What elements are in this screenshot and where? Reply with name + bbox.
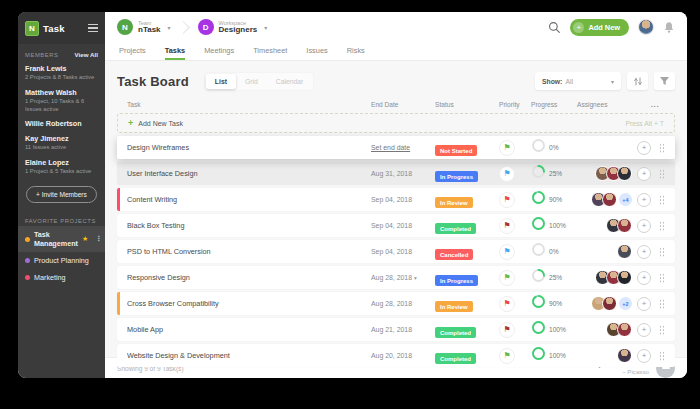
- add-assignee-button[interactable]: +: [637, 219, 651, 233]
- priority-flag-button[interactable]: ⚑: [499, 348, 515, 364]
- assignee-avatar[interactable]: [617, 270, 632, 285]
- add-assignee-button[interactable]: +: [637, 271, 651, 285]
- row-kebab-menu-icon[interactable]: [659, 221, 665, 231]
- team-selector[interactable]: N Team nTask ▾: [117, 19, 171, 35]
- task-row[interactable]: Design WireframesSet end dateNot Started…: [117, 136, 675, 159]
- assignee-avatar[interactable]: [617, 244, 632, 259]
- app-window: N Task MEMBERS View All Frank Lewis2 Pro…: [18, 12, 687, 378]
- assignee-avatar[interactable]: [617, 348, 632, 363]
- view-list-button[interactable]: List: [206, 74, 236, 89]
- sort-button[interactable]: [627, 72, 648, 90]
- row-kebab-menu-icon[interactable]: [659, 325, 665, 335]
- assignees-cell: +: [577, 141, 651, 155]
- tab-issues[interactable]: Issues: [306, 42, 327, 60]
- task-row[interactable]: Content WritingSep 04, 2018In Review⚑90%…: [117, 188, 675, 211]
- add-assignee-button[interactable]: +: [637, 167, 651, 181]
- project-name: Task Management: [34, 230, 78, 248]
- member-list-item[interactable]: Frank Lewis2 Projects & 8 Tasks active: [25, 64, 98, 82]
- task-row[interactable]: Black Box TestingSep 04, 2018Completed⚑1…: [117, 214, 675, 237]
- progress-ring: [531, 268, 546, 287]
- tab-risks[interactable]: Risks: [347, 42, 365, 60]
- task-row[interactable]: Responsive DesignAug 28, 2018 ▾In Progre…: [117, 266, 675, 289]
- priority-flag-button[interactable]: ⚑: [499, 322, 515, 338]
- priority-flag-button[interactable]: ⚑: [499, 140, 515, 156]
- row-kebab-menu-icon[interactable]: [659, 351, 665, 361]
- task-row[interactable]: Mobile AppAug 21, 2018Completed⚑100%+: [117, 318, 675, 341]
- tab-timesheet[interactable]: Timesheet: [253, 42, 287, 60]
- hamburger-menu-icon[interactable]: [88, 24, 98, 33]
- invite-members-button[interactable]: + Invite Members: [26, 186, 97, 203]
- add-assignee-button[interactable]: +: [637, 245, 651, 259]
- task-title: Responsive Design: [127, 273, 371, 282]
- assignee-avatar[interactable]: [617, 218, 632, 233]
- favorite-project-item[interactable]: Product Planning: [18, 252, 105, 269]
- favorite-project-item[interactable]: Marketing: [18, 269, 105, 286]
- add-assignee-button[interactable]: +: [637, 349, 651, 363]
- progress-cell: 0%: [531, 138, 577, 157]
- assignee-avatar[interactable]: [602, 192, 617, 207]
- tab-tasks[interactable]: Tasks: [165, 42, 185, 60]
- task-title: Mobile App: [127, 325, 371, 334]
- extra-assignees-chip[interactable]: +2: [619, 297, 632, 310]
- members-section: MEMBERS View All Frank Lewis2 Projects &…: [18, 44, 105, 205]
- task-end-date[interactable]: Set end date: [371, 144, 435, 151]
- task-row[interactable]: Cross Browser CompatibilityAug 28, 2018I…: [117, 292, 675, 315]
- task-row[interactable]: Website Design & DevelopmentAug 20, 2018…: [117, 344, 675, 367]
- flag-icon: ⚑: [503, 300, 510, 308]
- task-title: Website Design & Development: [127, 351, 371, 360]
- member-list-item[interactable]: Matthew Walsh1 Project, 10 Tasks & 6 Iss…: [25, 88, 98, 114]
- row-kebab-menu-icon[interactable]: [659, 169, 665, 179]
- filter-button[interactable]: [654, 72, 675, 90]
- assignee-avatar[interactable]: [617, 166, 632, 181]
- member-list-item[interactable]: Willie Robertson: [25, 119, 98, 128]
- priority-flag-button[interactable]: ⚑: [499, 270, 515, 286]
- kebab-menu-icon[interactable]: ⋮: [95, 235, 102, 243]
- priority-flag-button[interactable]: ⚑: [499, 296, 515, 312]
- flag-icon: ⚑: [503, 144, 510, 152]
- add-assignee-button[interactable]: +: [637, 323, 651, 337]
- column-header-status: Status: [435, 101, 499, 108]
- view-grid-button[interactable]: Grid: [236, 74, 267, 89]
- project-name: Marketing: [34, 273, 66, 282]
- tab-bar: ProjectsTasksMeetingsTimesheetIssuesRisk…: [105, 42, 687, 61]
- show-filter-dropdown[interactable]: Show: All ▾: [535, 72, 621, 90]
- add-assignee-button[interactable]: +: [637, 297, 651, 311]
- priority-flag-button[interactable]: ⚑: [499, 192, 515, 208]
- add-assignee-button[interactable]: +: [637, 193, 651, 207]
- row-kebab-menu-icon[interactable]: [659, 247, 665, 257]
- tab-projects[interactable]: Projects: [119, 42, 146, 60]
- progress-ring: [531, 216, 546, 235]
- extra-assignees-chip[interactable]: +4: [619, 193, 632, 206]
- bell-icon[interactable]: [663, 21, 675, 34]
- add-assignee-button[interactable]: +: [637, 141, 651, 155]
- task-row[interactable]: PSD to HTML ConversionSep 04, 2018Cancel…: [117, 240, 675, 263]
- add-new-button[interactable]: + Add New: [570, 19, 629, 36]
- priority-flag-button[interactable]: ⚑: [499, 166, 515, 182]
- task-row[interactable]: User Interface DesignAug 31, 2018In Prog…: [117, 162, 675, 185]
- view-all-link[interactable]: View All: [75, 51, 98, 58]
- tab-meetings[interactable]: Meetings: [204, 42, 234, 60]
- priority-flag-button[interactable]: ⚑: [499, 244, 515, 260]
- chat-icon: [662, 367, 670, 370]
- assignee-avatar[interactable]: [602, 296, 617, 311]
- column-options-icon[interactable]: ...: [651, 101, 665, 108]
- flag-icon: ⚑: [503, 222, 510, 230]
- workspace-selector[interactable]: D Workspace Designers ▾: [198, 19, 268, 35]
- favorite-project-item[interactable]: Task Management★⋮: [18, 226, 105, 252]
- row-kebab-menu-icon[interactable]: [659, 195, 665, 205]
- star-icon[interactable]: ★: [82, 235, 88, 243]
- row-kebab-menu-icon[interactable]: [659, 299, 665, 309]
- row-kebab-menu-icon[interactable]: [659, 273, 665, 283]
- assignee-avatar[interactable]: [617, 322, 632, 337]
- add-new-task-row[interactable]: + Add New Task Press Alt + T: [117, 113, 675, 133]
- member-name: Willie Robertson: [25, 119, 98, 128]
- project-color-dot: [25, 237, 30, 242]
- view-calendar-button[interactable]: Calendar: [267, 74, 313, 89]
- row-kebab-menu-icon[interactable]: [659, 143, 665, 153]
- search-icon[interactable]: [548, 21, 561, 34]
- progress-ring: [531, 320, 546, 339]
- member-list-item[interactable]: Elaine Lopez1 Project & 5 Tasks active: [25, 158, 98, 176]
- member-list-item[interactable]: Kay Jimenez11 Issues active: [25, 134, 98, 152]
- priority-flag-button[interactable]: ⚑: [499, 218, 515, 234]
- user-avatar[interactable]: [638, 19, 654, 35]
